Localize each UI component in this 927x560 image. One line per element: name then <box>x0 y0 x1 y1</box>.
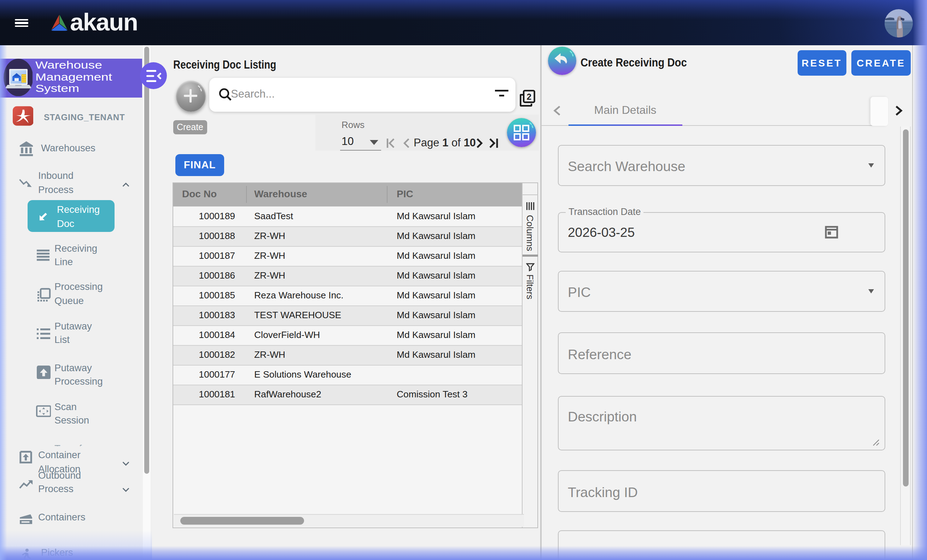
svg-text:2: 2 <box>527 92 531 102</box>
